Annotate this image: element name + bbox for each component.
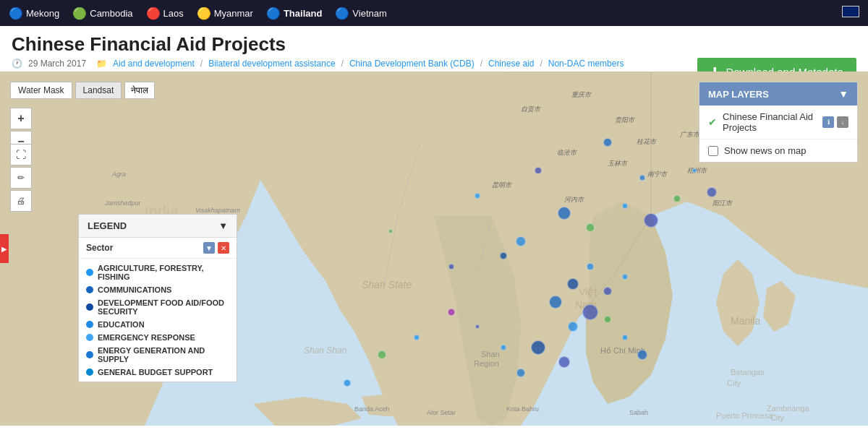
legend-item-0: Agriculture, Forestry, Fishing bbox=[79, 262, 237, 283]
nav-cambodia[interactable]: 🟢 Cambodia bbox=[72, 7, 132, 20]
show-news-checkbox[interactable] bbox=[708, 146, 718, 156]
svg-text:自贡市: 自贡市 bbox=[521, 105, 542, 113]
svg-text:Agra: Agra bbox=[111, 171, 126, 178]
map-layer-toggles: Water Mask Landsat नेपाल bbox=[10, 82, 155, 99]
folder-icon: 📁 bbox=[96, 59, 107, 69]
page-title: Chinese Financial Aid Projects bbox=[12, 33, 651, 56]
fullscreen-button[interactable]: ⛶ bbox=[10, 144, 32, 165]
laos-flag: 🔴 bbox=[146, 7, 161, 20]
legend-label-0: Agriculture, Forestry, Fishing bbox=[98, 264, 229, 281]
filter-label: Sector bbox=[86, 243, 199, 253]
svg-text:河内市: 河内市 bbox=[564, 196, 585, 203]
legend-panel: LEGEND ▼ Sector ▼ ✕ Agriculture, Forestr… bbox=[78, 214, 237, 382]
meta-row: 🕐 29 March 2017 📁 Aid and development / … bbox=[12, 59, 651, 69]
filter-clear-button[interactable]: ✕ bbox=[218, 242, 229, 254]
svg-text:重庆市: 重庆市 bbox=[571, 91, 592, 98]
legend-dot-4 bbox=[86, 334, 93, 341]
legend-filter-row: Sector ▼ ✕ bbox=[79, 238, 237, 259]
layer-action-icons: ℹ ↓ bbox=[822, 116, 848, 128]
nav-laos[interactable]: 🔴 Laos bbox=[146, 7, 184, 20]
nav-vietnam-label: Vietnam bbox=[352, 8, 386, 19]
breadcrumb-5[interactable]: Non-DAC members bbox=[548, 59, 624, 69]
left-arrow[interactable]: ▶ bbox=[0, 234, 9, 263]
svg-text:昆明市: 昆明市 bbox=[492, 181, 513, 189]
show-news-item[interactable]: Show news on map bbox=[699, 139, 857, 162]
svg-text:Manila: Manila bbox=[731, 315, 760, 327]
nepal-label: नेपाल bbox=[124, 82, 155, 99]
svg-text:Jamshedpur: Jamshedpur bbox=[104, 199, 142, 207]
svg-text:Visakhapatnam: Visakhapatnam bbox=[195, 207, 240, 214]
legend-dot-2 bbox=[86, 303, 93, 311]
water-mask-toggle[interactable]: Water Mask bbox=[10, 82, 72, 99]
svg-text:Zamboanga: Zamboanga bbox=[767, 404, 810, 413]
layer-name-label: Chinese Financial Aid Projects bbox=[723, 111, 817, 133]
filter-icons: ▼ ✕ bbox=[203, 242, 229, 254]
layer-info-icon[interactable]: ℹ bbox=[822, 116, 834, 128]
legend-label-2: Development Food Aid/Food Security bbox=[98, 298, 229, 316]
legend-item-2: Development Food Aid/Food Security bbox=[79, 296, 237, 318]
svg-text:Shan: Shan bbox=[481, 350, 500, 358]
svg-text:梧州市: 梧州市 bbox=[687, 167, 708, 174]
svg-text:City: City bbox=[727, 379, 741, 387]
map-tool-buttons: ⛶ ✏ 🖨 bbox=[10, 144, 32, 212]
svg-text:桂花市: 桂花市 bbox=[637, 138, 658, 145]
nav-vietnam[interactable]: 🔵 Vietnam bbox=[335, 7, 386, 20]
svg-text:Puerto Princesa: Puerto Princesa bbox=[716, 411, 773, 420]
myanmar-flag: 🟡 bbox=[197, 7, 211, 20]
svg-text:南宁市: 南宁市 bbox=[647, 171, 668, 178]
vietnam-flag: 🔵 bbox=[335, 7, 349, 20]
svg-text:Hồ Chí Minh: Hồ Chí Minh bbox=[600, 346, 645, 355]
print-button[interactable]: 🖨 bbox=[10, 190, 32, 212]
chinese-aid-layer: ✔ Chinese Financial Aid Projects ℹ ↓ bbox=[699, 105, 857, 139]
svg-text:Batangas: Batangas bbox=[731, 368, 765, 376]
language-selector[interactable] bbox=[842, 6, 859, 20]
nav-thailand[interactable]: 🔵 Thailand bbox=[266, 7, 322, 20]
svg-text:贵阳市: 贵阳市 bbox=[615, 116, 636, 124]
map-container[interactable]: 自贡市 重庆市 贵阳市 桂花市 广东市 玉林市 南宁市 河内市 昆明市 临沧市 … bbox=[0, 72, 868, 426]
nav-mekong[interactable]: 🔵 Mekong bbox=[9, 7, 59, 20]
breadcrumb-4[interactable]: Chinese aid bbox=[488, 59, 534, 69]
legend-item-6: General Budget Support bbox=[79, 366, 237, 379]
nav-thailand-label: Thailand bbox=[284, 8, 322, 19]
svg-text:Alor Setar: Alor Setar bbox=[427, 409, 456, 416]
breadcrumb-3[interactable]: China Development Bank (CDB) bbox=[349, 59, 475, 69]
svg-text:阳江市: 阳江市 bbox=[712, 199, 733, 207]
legend-item-5: Energy Generation and Supply bbox=[79, 344, 237, 366]
filter-funnel-button[interactable]: ▼ bbox=[203, 242, 215, 254]
map-layers-panel: MAP LAYERS ▼ ✔ Chinese Financial Aid Pro… bbox=[699, 82, 858, 163]
nav-myanmar-label: Myanmar bbox=[214, 8, 253, 19]
svg-text:Region: Region bbox=[474, 359, 499, 368]
nav-cambodia-label: Cambodia bbox=[90, 8, 132, 19]
legend-header[interactable]: LEGEND ▼ bbox=[79, 215, 237, 238]
nav-myanmar[interactable]: 🟡 Myanmar bbox=[197, 7, 253, 20]
legend-label-6: General Budget Support bbox=[98, 368, 213, 376]
legend-items: Agriculture, Forestry, Fishing Communica… bbox=[79, 259, 237, 382]
map-layers-collapse-icon: ▼ bbox=[838, 88, 848, 100]
legend-label-1: Communications bbox=[98, 285, 171, 294]
svg-text:Kota Bahru: Kota Bahru bbox=[506, 405, 539, 413]
show-news-label: Show news on map bbox=[724, 145, 806, 156]
legend-dot-3 bbox=[86, 321, 93, 328]
legend-item-4: Emergency Response bbox=[79, 331, 237, 344]
layer-download-icon[interactable]: ↓ bbox=[837, 116, 848, 128]
svg-text:City: City bbox=[770, 413, 784, 422]
map-layers-header[interactable]: MAP LAYERS ▼ bbox=[699, 82, 857, 105]
breadcrumb-1[interactable]: Aid and development bbox=[113, 59, 195, 69]
svg-text:Việt: Việt bbox=[579, 286, 597, 298]
svg-text:Banda Aceh: Banda Aceh bbox=[354, 405, 390, 413]
zoom-in-button[interactable]: + bbox=[10, 108, 32, 129]
legend-label-4: Emergency Response bbox=[98, 333, 195, 342]
legend-item-3: Education bbox=[79, 318, 237, 331]
svg-text:Sabah: Sabah bbox=[629, 409, 648, 416]
map-layers-title: MAP LAYERS bbox=[708, 89, 769, 100]
landsat-toggle[interactable]: Landsat bbox=[75, 82, 122, 99]
draw-button[interactable]: ✏ bbox=[10, 167, 32, 189]
layer-check-icon: ✔ bbox=[708, 116, 717, 128]
breadcrumb-2[interactable]: Bilateral development assistance bbox=[208, 59, 335, 69]
nav-mekong-label: Mekong bbox=[26, 8, 59, 19]
svg-text:Nam: Nam bbox=[575, 299, 597, 311]
legend-dot-0 bbox=[86, 269, 93, 276]
legend-dot-1 bbox=[86, 286, 93, 293]
date-label: 29 March 2017 bbox=[28, 59, 86, 69]
page-header: Chinese Financial Aid Projects 🕐 29 Marc… bbox=[0, 26, 868, 72]
